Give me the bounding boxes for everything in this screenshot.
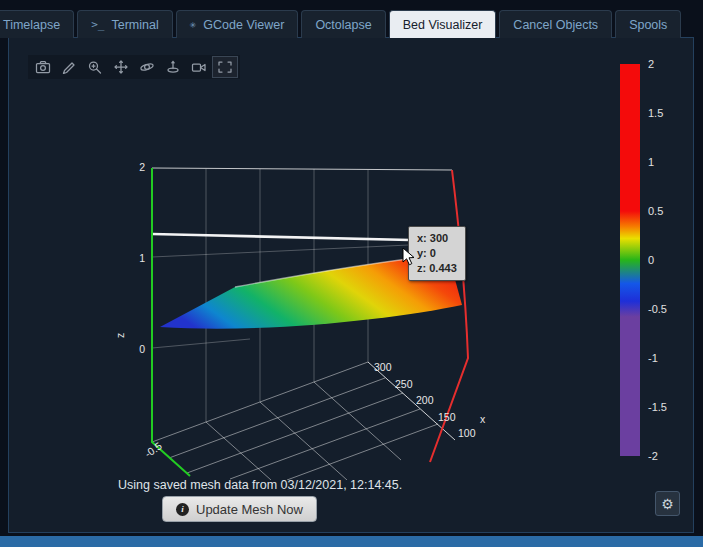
tab-terminal[interactable]: >_ Terminal <box>77 10 173 38</box>
colorbar-tick: -2 <box>648 450 667 462</box>
mouse-cursor <box>402 247 416 267</box>
pan-icon[interactable] <box>109 57 133 77</box>
gear-icon: ⚙ <box>661 496 674 512</box>
tooltip-y: y: 0 <box>417 246 457 261</box>
colorbar-tick: -0.5 <box>648 303 667 315</box>
z-tick: -0.5 <box>142 439 164 459</box>
tab-label: Timelapse <box>3 18 60 32</box>
z-axis-title: z <box>114 333 126 338</box>
hover-tooltip: x: 300 y: 0 z: 0.443 <box>408 226 466 281</box>
tab-label: Bed Visualizer <box>403 18 483 32</box>
z-tick: 1 <box>139 252 145 264</box>
colorbar-tick: 2 <box>648 58 667 70</box>
turntable-rotation-icon[interactable] <box>161 57 185 77</box>
tab-label: GCode Viewer <box>203 18 284 32</box>
tab-cancel-objects[interactable]: Cancel Objects <box>499 10 612 38</box>
colorbar-tick: 1.5 <box>648 107 667 119</box>
edit-pencil-icon[interactable] <box>57 57 81 77</box>
tab-label: Octolapse <box>315 18 371 32</box>
tab-timelapse[interactable]: Timelapse <box>0 10 74 38</box>
x-tick: 300 <box>374 361 392 373</box>
tab-bar: Timelapse >_ Terminal ✳ GCode Viewer Oct… <box>0 10 681 38</box>
colorbar-ticks: 2 1.5 1 0.5 0 -0.5 -1 -1.5 -2 <box>648 58 667 462</box>
colorbar-tick: 0 <box>648 254 667 266</box>
update-mesh-label: Update Mesh Now <box>196 502 303 517</box>
tab-bed-visualizer[interactable]: Bed Visualizer <box>389 10 497 38</box>
tab-label: Terminal <box>111 18 158 32</box>
z-tick: 0 <box>139 343 145 355</box>
orbit-rotation-icon[interactable] <box>135 57 159 77</box>
x-tick: 100 <box>458 427 476 439</box>
zoom-in-icon[interactable] <box>83 57 107 77</box>
z-tick: 2 <box>139 161 145 173</box>
colorbar-tick: -1.5 <box>648 401 667 413</box>
bottom-scrollbar[interactable] <box>0 536 703 547</box>
x-tick: 150 <box>438 411 456 423</box>
tab-octolapse[interactable]: Octolapse <box>301 10 385 38</box>
mesh-data-status: Using saved mesh data from 03/12/2021, 1… <box>118 478 402 492</box>
tooltip-z: z: 0.443 <box>417 261 457 276</box>
reset-camera-icon[interactable] <box>187 57 211 77</box>
camera-snapshot-icon[interactable] <box>31 57 55 77</box>
bed-mesh-3d-plot[interactable]: 2 1 0 -0.5 z 300 250 200 150 100 x <box>100 140 500 480</box>
colorbar-tick: 0.5 <box>648 205 667 217</box>
fullscreen-icon[interactable] <box>213 57 237 77</box>
colorbar-tick: 1 <box>648 156 667 168</box>
colorbar-tick: -1 <box>648 352 667 364</box>
tab-gcode-viewer[interactable]: ✳ GCode Viewer <box>176 10 299 38</box>
tab-label: Spools <box>629 18 667 32</box>
x-axis-title: x <box>480 413 486 425</box>
gcode-icon: ✳ <box>190 18 197 31</box>
info-icon: i <box>176 503 189 516</box>
tab-spools[interactable]: Spools <box>615 10 681 38</box>
colorbar-gradient <box>620 64 640 456</box>
plot-modebar <box>28 55 240 79</box>
terminal-icon: >_ <box>91 18 104 31</box>
x-tick: 250 <box>395 378 413 390</box>
tab-label: Cancel Objects <box>513 18 598 32</box>
x-tick: 200 <box>416 394 434 406</box>
update-mesh-button[interactable]: i Update Mesh Now <box>162 496 317 522</box>
tooltip-x: x: 300 <box>417 231 457 246</box>
settings-gear-button[interactable]: ⚙ <box>655 491 680 516</box>
